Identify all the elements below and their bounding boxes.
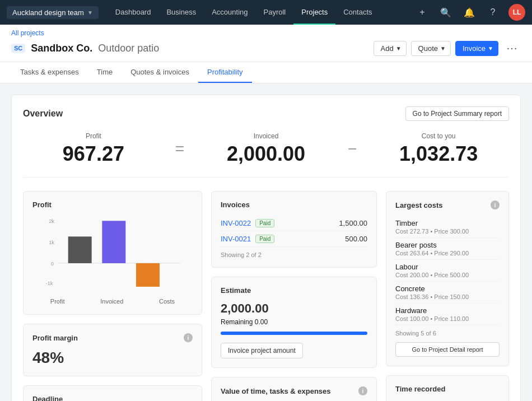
invoice-amount-0: 1,500.00	[339, 219, 367, 227]
project-detail-report-btn[interactable]: Go to Project Detail report	[395, 342, 500, 357]
largest-costs-card: Largest costs i Timber Cost 272.73 • Pri…	[386, 191, 509, 366]
nav-links: Dashboard Business Accounting Payroll Pr…	[108, 0, 414, 25]
cost-name-4: Hardware	[395, 306, 500, 315]
invoice-status-1: Paid	[255, 235, 274, 243]
cost-name-1: Bearer posts	[395, 241, 500, 249]
invoiced-label: Invoiced	[195, 132, 337, 140]
nav-actions: + 🔍 🔔 ? LL	[414, 4, 525, 21]
cost-name-3: Concrete	[395, 285, 500, 293]
cost-showing: Showing 5 of 6	[395, 330, 500, 337]
time-recorded-card: Time recorded 13:00 Open staff time over…	[386, 375, 509, 401]
more-btn[interactable]: ⋯	[503, 39, 521, 57]
company-badge: SC	[11, 44, 25, 53]
invoices-title: Invoices	[221, 200, 367, 209]
cost-name-2: Labour	[395, 263, 500, 271]
value-of-time-title: Value of time, tasks & expenses i	[221, 386, 367, 395]
quote-btn-arrow: ▼	[440, 45, 446, 52]
search-button[interactable]: 🔍	[438, 4, 454, 20]
help-button[interactable]: ?	[485, 4, 501, 20]
left-col: Profit 2k 1k 0 -1k	[23, 191, 202, 401]
add-btn[interactable]: Add ▼	[374, 41, 407, 56]
chart-label-costs: Costs	[159, 298, 175, 305]
org-chevron-icon: ▼	[87, 10, 93, 16]
cost-value: 1,032.73	[368, 142, 509, 166]
company-name: Sandbox Co.	[31, 43, 92, 54]
nav-link-contacts[interactable]: Contacts	[335, 0, 380, 25]
time-recorded-title-text: Time recorded	[395, 385, 445, 393]
invoice-row-0: INV-0022 Paid 1,500.00	[221, 216, 367, 231]
right-col: Largest costs i Timber Cost 272.73 • Pri…	[386, 191, 509, 401]
cost-label: Cost to you	[368, 132, 509, 140]
tab-tasks-expenses[interactable]: Tasks & expenses	[11, 62, 88, 83]
profit-margin-card: Profit margin i 48%	[23, 324, 202, 376]
tab-quotes-invoices[interactable]: Quotes & invoices	[122, 62, 198, 83]
project-summary-report-btn[interactable]: Go to Project Summary report	[405, 106, 509, 121]
top-nav: Auckland design team ▼ Dashboard Busines…	[0, 0, 532, 25]
estimate-title: Estimate	[221, 286, 367, 295]
svg-text:0: 0	[51, 261, 54, 267]
profit-metric: Profit 967.27	[23, 132, 164, 166]
estimate-value: 2,000.00	[221, 301, 367, 316]
invoice-amount-1: 500.00	[345, 235, 367, 243]
notifications-button[interactable]: 🔔	[461, 4, 477, 20]
tab-profitability[interactable]: Profitability	[198, 62, 252, 83]
value-of-time-info-icon[interactable]: i	[358, 386, 367, 395]
quote-btn[interactable]: Quote ▼	[411, 41, 451, 56]
cost-metric: Cost to you 1,032.73	[368, 132, 509, 166]
add-btn-label: Add	[381, 44, 394, 53]
invoice-left-0: INV-0022 Paid	[221, 219, 274, 227]
estimate-title-text: Estimate	[221, 286, 251, 295]
profit-chart-title: Profit	[32, 200, 193, 209]
nav-link-dashboard[interactable]: Dashboard	[108, 0, 159, 25]
project-title-left: SC Sandbox Co. Outdoor patio	[11, 43, 159, 54]
tabs: Tasks & expenses Time Quotes & invoices …	[0, 62, 532, 83]
largest-costs-info-icon[interactable]: i	[491, 200, 500, 209]
invoices-showing: Showing 2 of 2	[221, 251, 367, 258]
invoiced-metric: Invoiced 2,000.00	[195, 132, 337, 166]
cost-row-0: Timber Cost 272.73 • Price 300.00	[395, 216, 500, 238]
invoice-id-1[interactable]: INV-0021	[221, 235, 251, 243]
cost-row-4: Hardware Cost 100.00 • Price 110.00	[395, 304, 500, 325]
header-actions: Add ▼ Quote ▼ Invoice ▼ ⋯	[374, 39, 521, 57]
progress-bar-fill	[221, 332, 367, 335]
overview-card: Overview Go to Project Summary report Pr…	[11, 95, 521, 401]
project-title-row: SC Sandbox Co. Outdoor patio Add ▼ Quote…	[11, 39, 521, 57]
invoice-project-amount-btn[interactable]: Invoice project amount	[221, 343, 303, 358]
profit-label: Profit	[23, 132, 164, 140]
invoice-btn[interactable]: Invoice ▼	[455, 41, 498, 56]
progress-bar-container	[221, 332, 367, 335]
remaining-value: 0.00	[255, 318, 268, 326]
profit-value: 967.27	[23, 142, 164, 166]
costs-bar	[136, 263, 160, 287]
add-btn-arrow: ▼	[396, 45, 402, 52]
cost-sub-4: Cost 100.00 • Price 110.00	[395, 315, 500, 322]
cost-name-0: Timber	[395, 219, 500, 227]
profit-margin-info-icon[interactable]: i	[184, 333, 193, 342]
deadline-title: Deadline	[32, 395, 63, 401]
profit-margin-value: 48%	[32, 349, 193, 367]
org-selector[interactable]: Auckland design team ▼	[7, 6, 99, 19]
chart-label-invoiced: Invoiced	[100, 298, 123, 305]
tab-time[interactable]: Time	[88, 62, 122, 83]
deadline-title-text: Deadline	[32, 395, 193, 401]
invoice-status-0: Paid	[255, 219, 274, 227]
breadcrumb-link[interactable]: All projects	[11, 29, 44, 37]
nav-link-payroll[interactable]: Payroll	[256, 0, 294, 25]
nav-link-accounting[interactable]: Accounting	[204, 0, 255, 25]
quote-btn-label: Quote	[418, 44, 438, 53]
largest-costs-title-text: Largest costs	[395, 201, 443, 209]
breadcrumb-row: All projects	[11, 29, 521, 37]
nav-link-business[interactable]: Business	[158, 0, 204, 25]
invoices-card: Invoices INV-0022 Paid 1,500.00 INV-0021…	[211, 191, 377, 268]
nav-link-projects[interactable]: Projects	[293, 0, 335, 25]
add-button[interactable]: +	[414, 4, 430, 20]
project-name: Outdoor patio	[98, 43, 159, 54]
invoice-left-1: INV-0021 Paid	[221, 235, 274, 243]
cost-sub-3: Cost 136.36 • Price 150.00	[395, 293, 500, 300]
overview-header: Overview Go to Project Summary report	[23, 106, 509, 121]
value-of-time-title-text: Value of time, tasks & expenses	[221, 387, 331, 395]
largest-costs-title: Largest costs i	[395, 200, 500, 209]
svg-text:1k: 1k	[49, 240, 54, 245]
invoice-id-0[interactable]: INV-0022	[221, 219, 251, 227]
avatar[interactable]: LL	[508, 4, 525, 21]
